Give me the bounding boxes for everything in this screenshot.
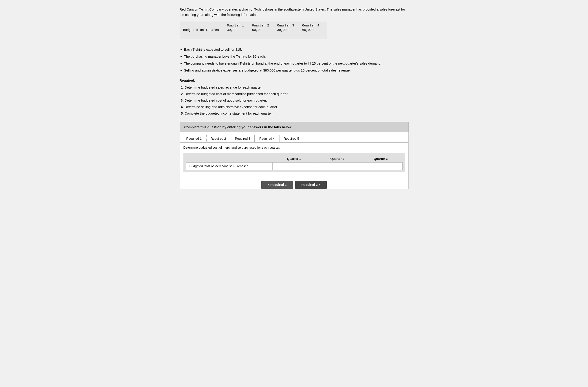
required-item-3: 3. Determine budgeted cost of good sold …	[181, 97, 409, 103]
required-section: Required: 1. Determine budgeted sales re…	[180, 77, 409, 116]
merchandise-table: Quarter 1 Quarter 2 Quarter 3 Budgeted C…	[186, 155, 402, 170]
bullet-2: The purchasing manager buys the T-shirts…	[184, 53, 409, 59]
tab-required-4[interactable]: Required 4	[255, 135, 279, 142]
col-header-q3: Quarter 3	[359, 155, 402, 163]
budget-row-label: Budgeted unit sales	[183, 28, 223, 32]
col-header-q2: Quarter 2	[316, 155, 359, 163]
q3-input-cell[interactable]	[359, 163, 402, 170]
required-item-5: 5. Complete the budgeted income statemen…	[181, 110, 409, 116]
q3-value: 30,000	[273, 28, 298, 32]
q3-input[interactable]	[363, 164, 399, 168]
tabs-row: Required 1 Required 2 Required 3 Require…	[180, 132, 408, 143]
nav-buttons-row: < Required 1 Required 3 >	[180, 181, 408, 189]
required-item-4: 4. Determine selling and administrative …	[181, 104, 409, 110]
budget-unit-sales-table: Quarter 1 Quarter 2 Quarter 3 Quarter 4 …	[183, 23, 323, 32]
required-list: 1. Determine budgeted sales revenue for …	[181, 84, 409, 116]
q1-input-cell[interactable]	[272, 163, 316, 170]
row-label: Budgeted Cost of Merchandise Purchased	[186, 163, 272, 170]
required-title: Required:	[180, 77, 409, 83]
required-item-2: 2. Determine budgeted cost of merchandis…	[181, 91, 409, 97]
bullet-1: Each T-shirt is expected to sell for $15…	[184, 46, 409, 53]
tab-required-5[interactable]: Required 5	[279, 135, 304, 142]
col-header-label	[186, 155, 272, 163]
bullet-list: Each T-shirt is expected to sell for $15…	[184, 46, 409, 73]
q1-value: 40,000	[223, 28, 248, 32]
q2-input[interactable]	[319, 164, 356, 168]
tab-content-area: Determine budgeted cost of merchandise p…	[180, 143, 408, 177]
q4-value: 60,000	[298, 28, 323, 32]
table-row: Budgeted Cost of Merchandise Purchased	[186, 163, 402, 170]
tab-description: Determine budgeted cost of merchandise p…	[183, 146, 405, 149]
instruction-box: Complete this question by entering your …	[180, 122, 409, 132]
q2-value: 60,000	[248, 28, 273, 32]
intro-paragraph: Red Canyon T-shirt Company operates a ch…	[180, 7, 409, 18]
q2-header: Quarter 2	[248, 23, 273, 28]
q1-header: Quarter 1	[223, 23, 248, 28]
q4-header: Quarter 4	[298, 23, 323, 28]
tab-required-3[interactable]: Required 3	[231, 135, 255, 142]
q2-input-cell[interactable]	[316, 163, 359, 170]
next-button[interactable]: Required 3 >	[295, 181, 327, 189]
tab-required-1[interactable]: Required 1	[182, 135, 206, 142]
required-item-1: 1. Determine budgeted sales revenue for …	[181, 84, 409, 90]
bullet-3: The company needs to have enough T-shirt…	[184, 60, 409, 66]
tab-required-2[interactable]: Required 2	[206, 135, 230, 142]
col-header-q1: Quarter 1	[272, 155, 316, 163]
prev-button[interactable]: < Required 1	[261, 181, 293, 189]
q1-input[interactable]	[276, 164, 312, 168]
merchandise-table-wrapper: Quarter 1 Quarter 2 Quarter 3 Budgeted C…	[183, 153, 405, 172]
bullet-4: Selling and administrative expenses are …	[184, 67, 409, 73]
q3-header: Quarter 3	[273, 23, 298, 28]
tabs-container: Required 1 Required 2 Required 3 Require…	[180, 132, 409, 189]
